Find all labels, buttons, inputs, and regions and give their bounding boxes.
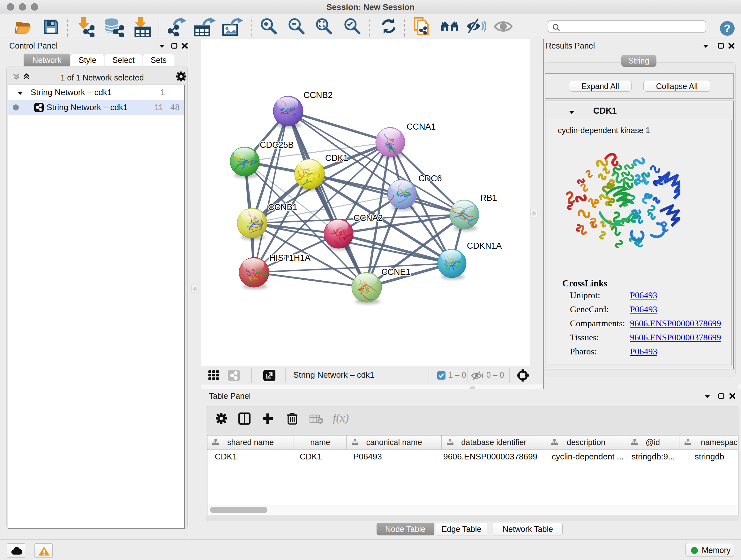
svg-text:CCNB1: CCNB1	[268, 202, 297, 212]
svg-text:RB1: RB1	[480, 193, 497, 203]
svg-text:CCNA1: CCNA1	[407, 122, 436, 132]
svg-text:CDC25B: CDC25B	[260, 140, 294, 150]
svg-text:HIST1H1A: HIST1H1A	[269, 253, 311, 263]
svg-text:CCNA2: CCNA2	[354, 213, 383, 223]
svg-text:CDKN1A: CDKN1A	[467, 241, 502, 251]
svg-text:CDK1: CDK1	[325, 153, 348, 163]
svg-text:CCNB2: CCNB2	[304, 90, 333, 100]
svg-text:CDC6: CDC6	[418, 174, 442, 183]
svg-text:CCNE1: CCNE1	[381, 267, 411, 277]
svg-text:f(x): f(x)	[333, 412, 349, 424]
